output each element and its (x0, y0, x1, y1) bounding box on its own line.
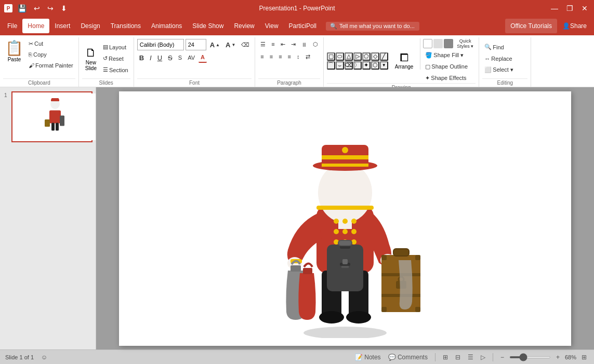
zoom-in-button[interactable]: + (554, 353, 562, 362)
smart-art-button[interactable]: ⬡ (311, 39, 320, 49)
reading-view-button[interactable]: ☰ (466, 353, 476, 362)
shape-diamond[interactable]: ◇ (371, 52, 379, 61)
select-button[interactable]: ⬜ Select ▾ (482, 65, 516, 75)
shape-curve[interactable]: ⌒ (327, 61, 335, 70)
save-button[interactable]: 💾 (16, 3, 29, 14)
char-spacing-button[interactable]: AV (186, 52, 197, 63)
svg-rect-49 (415, 307, 420, 312)
text-shadow-button[interactable]: S (176, 52, 184, 63)
shrink-font-button[interactable]: A▼ (223, 39, 237, 50)
comments-icon: 💬 (388, 354, 396, 361)
style-swatch-2[interactable] (433, 39, 443, 48)
fit-slide-button[interactable]: ⊞ (579, 353, 589, 362)
shape-more[interactable]: ⬡ (371, 61, 379, 70)
notes-button[interactable]: 📝 Notes (353, 353, 383, 362)
shape-arrow[interactable]: ▷ (353, 52, 362, 61)
format-painter-button[interactable]: 🖌 Format Painter (27, 60, 75, 71)
shape-line[interactable]: ╱ (380, 52, 388, 61)
font-name-input[interactable] (137, 39, 184, 50)
clear-formatting-button[interactable]: ⌫ (239, 39, 252, 50)
font-color-button[interactable]: A (199, 52, 207, 63)
numbered-list-button[interactable]: ≡ (269, 39, 276, 49)
align-right-button[interactable]: ≡ (276, 51, 284, 62)
shape-scroll-down[interactable]: ▼ (380, 61, 388, 70)
shape-connector[interactable]: ⌣ (336, 61, 344, 70)
grow-font-button[interactable]: A▲ (208, 39, 222, 50)
decrease-indent-button[interactable]: ⇤ (279, 39, 287, 49)
shape-triangle[interactable]: △ (345, 52, 353, 61)
increase-indent-button[interactable]: ⇥ (289, 39, 298, 49)
canvas-area[interactable] (96, 87, 594, 349)
style-swatch-3[interactable] (444, 39, 453, 48)
menu-insert[interactable]: Insert (49, 19, 75, 33)
svg-point-54 (342, 147, 348, 153)
line-spacing-button[interactable]: ↕ (295, 51, 302, 62)
accessibility-button[interactable]: ☺ (39, 353, 49, 362)
shape-star[interactable]: ✦ (362, 61, 371, 70)
shape-ellipse[interactable]: ⬭ (336, 52, 344, 61)
shape-callout[interactable]: 〉 (353, 61, 362, 70)
customize-qat-button[interactable]: ⬇ (59, 3, 69, 14)
font-size-input[interactable] (186, 39, 206, 50)
copy-button[interactable]: ⎘ Copy (27, 49, 75, 60)
replace-icon: ↔ (484, 56, 490, 62)
paste-button[interactable]: 📋 Paste (3, 38, 25, 78)
section-button[interactable]: ☰ Section (101, 65, 130, 75)
menu-transitions[interactable]: Transitions (105, 19, 146, 33)
reset-button[interactable]: ↺ Reset (101, 53, 130, 64)
shape-rect[interactable]: ▢ (327, 52, 335, 61)
menu-review[interactable]: Review (229, 19, 259, 33)
menu-participoll[interactable]: ParticiPoll (284, 19, 322, 33)
justify-button[interactable]: ≡ (286, 51, 293, 62)
share-button[interactable]: 👤 Share (557, 19, 592, 33)
style-swatch-1[interactable] (423, 39, 432, 48)
office-tutorials-button[interactable]: Office Tutorials (505, 19, 557, 33)
zoom-slider[interactable] (509, 356, 551, 358)
italic-button[interactable]: I (148, 52, 154, 63)
undo-button[interactable]: ↩ (32, 3, 42, 14)
minimize-button[interactable]: — (549, 3, 560, 14)
slide-sorter-button[interactable]: ⊟ (453, 353, 463, 362)
menu-view[interactable]: View (260, 19, 284, 33)
shape-pentagon[interactable]: ⬠ (362, 52, 371, 61)
bullet-list-button[interactable]: ☰ (258, 39, 268, 49)
normal-view-button[interactable]: ⊞ (441, 353, 450, 362)
menu-bar: File Home Insert Design Transitions Anim… (0, 17, 594, 35)
align-center-button[interactable]: ≡ (268, 51, 275, 62)
find-button[interactable]: 🔍 Find (482, 42, 516, 52)
shape-outline-icon: ▢ (425, 63, 430, 70)
replace-button[interactable]: ↔ Replace (482, 53, 516, 64)
copy-icon: ⎘ (29, 51, 32, 58)
search-box[interactable]: 🔍 Tell me what you want to do... (326, 22, 419, 31)
align-left-button[interactable]: ≡ (258, 51, 266, 62)
menu-animations[interactable]: Animations (146, 19, 187, 33)
svg-rect-27 (316, 206, 374, 210)
zoom-out-button[interactable]: − (498, 353, 506, 362)
shape-effects-button[interactable]: ✦ Shape Effects (423, 73, 476, 83)
quick-styles-button[interactable]: QuickStyles ▾ (455, 38, 476, 49)
direction-button[interactable]: ⇄ (303, 51, 312, 62)
layout-button[interactable]: ▤ Layout (101, 42, 130, 52)
columns-button[interactable]: ⫼ (299, 39, 309, 49)
arrange-button[interactable]: ⧠ Arrange (391, 50, 418, 72)
cut-button[interactable]: ✂ Cut (27, 38, 75, 49)
menu-slideshow[interactable]: Slide Show (187, 19, 229, 33)
menu-design[interactable]: Design (75, 19, 105, 33)
menu-file[interactable]: File (2, 19, 22, 33)
slide-thumbnail-1[interactable] (11, 91, 93, 142)
slide-canvas[interactable] (119, 91, 571, 346)
comments-button[interactable]: 💬 Comments (386, 353, 430, 362)
shape-bracket[interactable]: ⌫ (345, 61, 353, 70)
share-label: Share (570, 22, 587, 30)
redo-button[interactable]: ↪ (45, 3, 56, 14)
slideshow-view-button[interactable]: ▷ (479, 353, 487, 362)
menu-home[interactable]: Home (22, 19, 49, 33)
underline-button[interactable]: U (155, 52, 164, 63)
restore-button[interactable]: ❐ (564, 3, 575, 14)
new-slide-button[interactable]: 🗋 New Slide (82, 44, 100, 73)
shape-fill-button[interactable]: 🪣 Shape Fill ▾ (423, 50, 476, 60)
strikethrough-button[interactable]: S (166, 52, 175, 63)
bold-button[interactable]: B (137, 52, 146, 63)
shape-outline-button[interactable]: ▢ Shape Outline (423, 61, 476, 72)
close-button[interactable]: ✕ (579, 3, 590, 14)
